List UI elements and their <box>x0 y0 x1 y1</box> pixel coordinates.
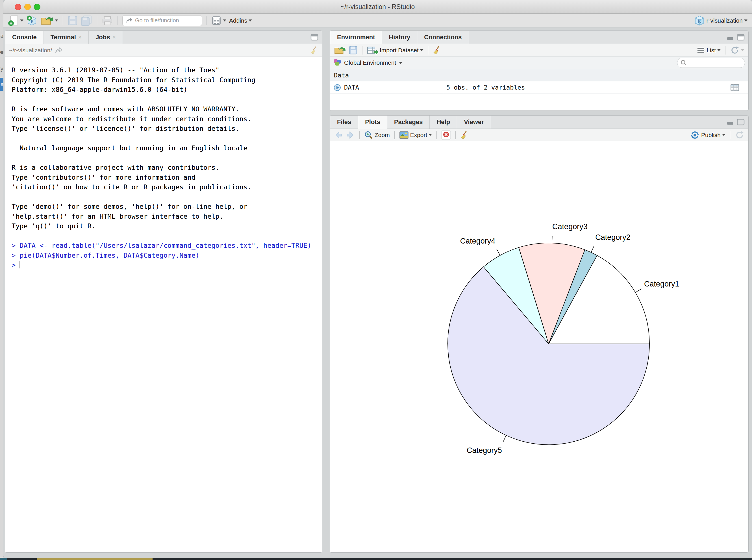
environment-tabbar: Environment History Connections <box>330 31 748 44</box>
new-file-caret[interactable] <box>20 20 23 21</box>
publish-plot-button[interactable]: Publish <box>690 131 726 140</box>
background-selected-item-sliver: e <box>0 78 3 91</box>
refresh-plot-icon[interactable] <box>735 131 744 140</box>
tab-connections[interactable]: Connections <box>417 31 469 44</box>
panes-caret[interactable] <box>223 20 226 21</box>
load-workspace-icon[interactable] <box>334 45 346 55</box>
zoom-magnifier-icon <box>364 131 373 140</box>
environment-toolbar: Import Dataset List <box>330 44 748 57</box>
new-file-button[interactable] <box>8 15 23 26</box>
new-project-button[interactable]: R <box>26 15 38 26</box>
project-caret <box>744 20 748 21</box>
object-name: DATA <box>344 84 359 91</box>
window-title: ~/r-visualization - RStudio <box>3 0 752 14</box>
remove-plot-icon[interactable] <box>441 130 451 140</box>
clear-console-broom-icon[interactable] <box>310 46 318 55</box>
main-toolbar: R <box>3 14 752 27</box>
pie-label-category1: Category1 <box>644 280 679 288</box>
minimize-window-button[interactable] <box>24 4 31 10</box>
environment-scope-row: Global Environment <box>330 57 748 69</box>
object-row-DATA[interactable]: DATA 5 obs. of 2 variables <box>330 81 748 94</box>
expand-object-icon[interactable] <box>333 84 341 92</box>
goto-arrow-icon <box>125 17 133 24</box>
console-tabbar: Console Terminal× Jobs× <box>5 31 322 44</box>
view-mode-caret <box>717 49 720 51</box>
pie-label-category3: Category3 <box>552 222 588 231</box>
previous-plot-icon[interactable] <box>334 131 343 139</box>
tab-console[interactable]: Console <box>5 31 44 44</box>
go-to-directory-icon[interactable] <box>55 47 63 54</box>
tab-history[interactable]: History <box>382 31 417 44</box>
minimize-plots-pane-icon[interactable] <box>726 119 734 125</box>
plots-tabbar: Files Plots Packages Help Viewer <box>330 116 748 129</box>
environment-view-mode-button[interactable]: List <box>697 47 720 54</box>
global-environment-icon <box>333 59 341 67</box>
clear-environment-broom-icon[interactable] <box>433 46 441 55</box>
import-dataset-icon <box>367 46 378 55</box>
tab-help[interactable]: Help <box>430 116 457 128</box>
tab-jobs[interactable]: Jobs× <box>89 31 123 44</box>
open-recent-caret[interactable] <box>55 20 58 21</box>
save-button[interactable] <box>67 16 78 26</box>
tab-files[interactable]: Files <box>330 116 358 128</box>
maximize-plots-pane-icon[interactable] <box>736 118 745 126</box>
minimize-environment-pane-icon[interactable] <box>726 34 734 41</box>
tab-environment[interactable]: Environment <box>330 31 382 44</box>
refresh-environment-button[interactable] <box>730 46 744 55</box>
export-caret <box>429 134 432 136</box>
plot-display-area: Category1Category2Category3Category4Cate… <box>330 142 748 552</box>
environment-search-input[interactable] <box>689 60 739 66</box>
goto-file-search[interactable] <box>122 15 202 26</box>
maximize-environment-pane-icon[interactable] <box>736 34 745 41</box>
rstudio-window: ~/r-visualization - RStudio R <box>3 0 752 558</box>
background-window-left-sliver: a ● y e <box>0 0 3 560</box>
zoom-window-button[interactable] <box>34 4 40 10</box>
pie-label-category4: Category4 <box>460 237 495 245</box>
view-data-table-icon[interactable] <box>730 84 739 92</box>
zoom-plot-button[interactable]: Zoom <box>364 131 390 140</box>
maximize-console-pane-icon[interactable] <box>310 34 319 41</box>
workspace-panes-button[interactable] <box>211 16 226 26</box>
plots-toolbar: Zoom Export Publish <box>330 129 748 141</box>
addins-label: Addins <box>229 17 247 24</box>
clear-all-plots-broom-icon[interactable] <box>460 131 469 140</box>
console-path-bar: ~/r-visualization/ <box>5 44 322 57</box>
project-menu-button[interactable]: R r-visualization <box>694 15 748 26</box>
print-icon <box>102 16 113 26</box>
tab-packages[interactable]: Packages <box>387 116 430 128</box>
console-cursor <box>20 261 20 268</box>
environment-search[interactable] <box>677 58 745 68</box>
tab-viewer[interactable]: Viewer <box>457 116 491 128</box>
goto-file-input[interactable] <box>135 17 197 24</box>
list-label: List <box>707 47 716 54</box>
console-output[interactable]: R version 3.6.1 (2019-07-05) -- "Action … <box>5 57 322 552</box>
tab-terminal[interactable]: Terminal× <box>44 31 89 44</box>
environment-scope-caret[interactable] <box>399 62 402 64</box>
save-all-icon <box>81 15 93 26</box>
next-plot-icon[interactable] <box>346 131 355 139</box>
pie-label-tick <box>496 249 500 255</box>
r-project-cube-icon: R <box>694 15 705 26</box>
print-button[interactable] <box>102 16 113 26</box>
pie-label-tick <box>503 435 506 442</box>
import-dataset-button[interactable]: Import Dataset <box>367 46 424 55</box>
export-plot-button[interactable]: Export <box>399 131 432 139</box>
svg-text:R: R <box>698 18 701 24</box>
close-window-button[interactable] <box>15 4 21 10</box>
open-file-button[interactable] <box>40 15 58 26</box>
save-workspace-icon[interactable] <box>349 46 358 55</box>
pie-label-tick <box>635 289 642 293</box>
export-image-icon <box>399 131 409 139</box>
tab-plots[interactable]: Plots <box>358 116 387 129</box>
addins-caret <box>249 20 252 21</box>
save-all-button[interactable] <box>81 15 93 26</box>
panes-grid-icon <box>211 16 222 26</box>
refresh-caret <box>741 49 744 51</box>
close-terminal-tab-icon[interactable]: × <box>78 34 82 41</box>
close-jobs-tab-icon[interactable]: × <box>112 34 116 41</box>
addins-button[interactable]: Addins <box>229 17 252 24</box>
object-value: 5 obs. of 2 variables <box>446 84 525 91</box>
plots-pane: Files Plots Packages Help Viewer Zoom <box>330 115 749 553</box>
working-directory: ~/r-visualization/ <box>9 47 52 54</box>
save-icon <box>67 16 78 26</box>
